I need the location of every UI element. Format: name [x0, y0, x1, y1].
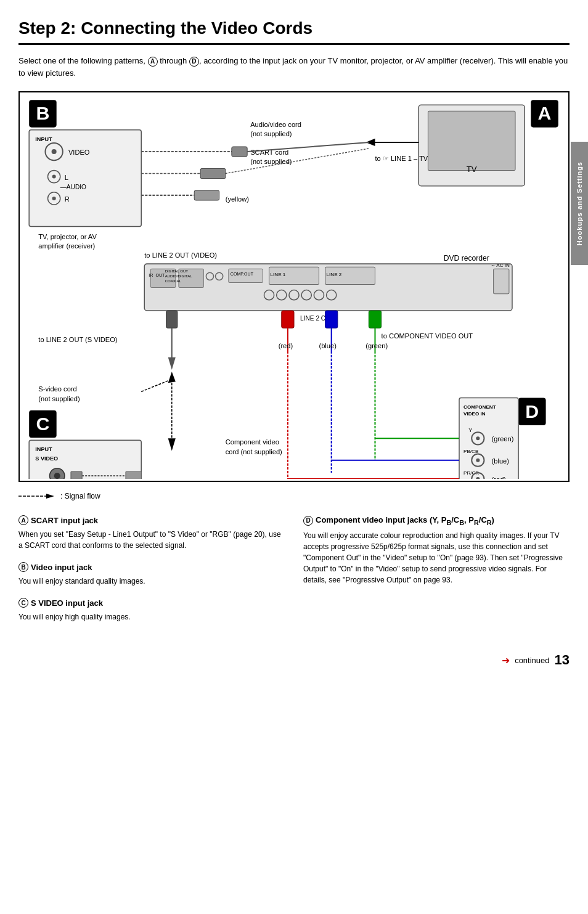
signal-flow-icon	[18, 492, 55, 500]
svg-text:(blue): (blue)	[492, 457, 510, 465]
section-d-title: Component video input jacks (Y, PB/CB, P…	[316, 515, 494, 526]
svg-text:～ AC IN: ～ AC IN	[491, 263, 510, 268]
svg-text:to LINE 2 OUT (VIDEO): to LINE 2 OUT (VIDEO)	[144, 251, 217, 259]
svg-text:OUT: OUT	[155, 273, 165, 277]
svg-text:COAXIAL: COAXIAL	[165, 279, 182, 283]
section-b-title: Video input jack	[31, 563, 92, 572]
svg-text:Component video: Component video	[226, 438, 279, 446]
section-b-heading: B Video input jack	[18, 562, 285, 572]
svg-point-12	[52, 149, 57, 154]
continued-label: continued	[515, 656, 549, 665]
svg-rect-60	[494, 269, 509, 293]
svg-text:(red): (red)	[279, 342, 293, 349]
svg-text:INPUT: INPUT	[35, 136, 52, 142]
section-d: D Component video input jacks (Y, PB/CB,…	[303, 515, 570, 586]
svg-rect-9	[29, 130, 141, 227]
svg-text:INPUT: INPUT	[35, 446, 52, 452]
svg-text:C: C	[36, 414, 49, 434]
signal-flow-label: : Signal flow	[60, 492, 100, 500]
svg-text:COMP.OUT: COMP.OUT	[231, 272, 254, 276]
svg-text:LINE 2: LINE 2	[327, 272, 342, 277]
section-c-heading: C S VIDEO input jack	[18, 598, 285, 608]
svg-rect-72	[369, 311, 381, 328]
section-d-body: You will enjoy accurate colour reproduct…	[303, 530, 570, 586]
svg-text:to LINE 2 OUT (S VIDEO): to LINE 2 OUT (S VIDEO)	[38, 336, 118, 343]
svg-rect-91	[126, 471, 141, 479]
section-c-body: You will enjoy high quality images.	[18, 611, 285, 622]
sidebar-label: Hookups and Settings	[576, 161, 583, 245]
footer: ➜ continued 13	[18, 652, 570, 668]
svg-marker-67	[168, 357, 176, 370]
svg-line-80	[141, 379, 172, 391]
svg-text:DVD recorder: DVD recorder	[444, 254, 489, 263]
svg-rect-89	[71, 471, 82, 479]
svg-point-15	[52, 174, 56, 178]
svg-point-108	[476, 459, 480, 462]
arrow-icon: ➜	[502, 655, 510, 666]
svg-text:LINE 1: LINE 1	[271, 272, 286, 277]
section-a-body: When you set "Easy Setup - Line1 Output"…	[18, 529, 285, 551]
svg-text:cord (not supplied): cord (not supplied)	[226, 448, 282, 455]
section-a-title: SCART input jack	[31, 516, 98, 525]
svg-rect-68	[282, 311, 294, 328]
svg-rect-29	[232, 147, 247, 157]
svg-text:Y: Y	[468, 427, 472, 433]
svg-line-30	[247, 142, 369, 152]
section-a: A SCART input jack When you set "Easy Se…	[18, 515, 285, 551]
sidebar-tab: Hookups and Settings	[571, 142, 588, 265]
svg-text:(red): (red)	[492, 476, 507, 479]
svg-rect-65	[166, 311, 178, 328]
svg-text:B: B	[36, 103, 49, 123]
svg-point-88	[54, 473, 60, 479]
sections-grid: A SCART input jack When you set "Easy Se…	[18, 515, 570, 634]
svg-text:(not supplied): (not supplied)	[250, 158, 292, 165]
section-a-heading: A SCART input jack	[18, 515, 285, 525]
diagram-svg: B A TV INPUT VIDEO L —AUDIO	[20, 92, 568, 479]
svg-rect-70	[325, 311, 338, 328]
svg-marker-97	[168, 438, 176, 451]
section-b: B Video input jack You will enjoy standa…	[18, 562, 285, 587]
left-sections: A SCART input jack When you set "Easy Se…	[18, 515, 285, 634]
svg-text:VIDEO: VIDEO	[68, 149, 90, 156]
svg-text:L: L	[65, 174, 68, 181]
svg-text:PB/CB: PB/CB	[463, 449, 478, 454]
svg-text:D: D	[525, 401, 539, 422]
svg-text:to COMPONENT VIDEO OUT: to COMPONENT VIDEO OUT	[382, 332, 473, 340]
svg-text:(green): (green)	[492, 435, 514, 443]
svg-text:TV: TV	[467, 165, 477, 174]
intro-text: Select one of the following patterns, A …	[18, 55, 570, 79]
svg-text:(not supplied): (not supplied)	[38, 395, 80, 402]
svg-text:TV, projector, or AV: TV, projector, or AV	[38, 233, 97, 240]
svg-text:(green): (green)	[365, 342, 388, 349]
svg-text:VIDEO IN: VIDEO IN	[463, 411, 486, 417]
svg-text:(not supplied): (not supplied)	[250, 130, 292, 137]
page-container: Hookups and Settings Step 2: Connecting …	[18, 18, 570, 668]
svg-text:DIGITAL OUT: DIGITAL OUT	[165, 269, 189, 273]
section-d-heading: D Component video input jacks (Y, PB/CB,…	[303, 515, 570, 526]
svg-text:COMPONENT: COMPONENT	[463, 404, 496, 410]
svg-text:R: R	[65, 195, 70, 203]
svg-text:S VIDEO: S VIDEO	[35, 455, 58, 462]
right-sections: D Component video input jacks (Y, PB/CB,…	[303, 515, 570, 634]
svg-text:S-video cord: S-video cord	[38, 385, 76, 393]
page-number: 13	[555, 652, 570, 668]
diagram-container: B A TV INPUT VIDEO L —AUDIO	[18, 91, 570, 482]
circle-c: C	[18, 598, 28, 608]
svg-rect-5	[428, 111, 515, 170]
circle-b: B	[18, 562, 28, 572]
circle-d: D	[303, 516, 313, 526]
signal-flow: : Signal flow	[18, 492, 570, 500]
svg-text:Audio/video cord: Audio/video cord	[250, 121, 301, 128]
svg-point-19	[52, 197, 56, 200]
svg-rect-35	[194, 190, 219, 200]
section-c-title: S VIDEO input jack	[31, 598, 103, 608]
section-b-body: You will enjoy standard quality images.	[18, 576, 285, 587]
svg-point-105	[476, 436, 480, 440]
page-title: Step 2: Connecting the Video Cords	[18, 18, 570, 45]
svg-text:to ☞ LINE 1 – TV: to ☞ LINE 1 – TV	[375, 155, 428, 162]
svg-text:amplifier (receiver): amplifier (receiver)	[38, 242, 95, 250]
svg-text:—AUDIO: —AUDIO	[60, 184, 86, 190]
svg-marker-124	[46, 494, 54, 499]
svg-text:(blue): (blue)	[319, 342, 337, 349]
svg-text:A: A	[538, 103, 552, 123]
